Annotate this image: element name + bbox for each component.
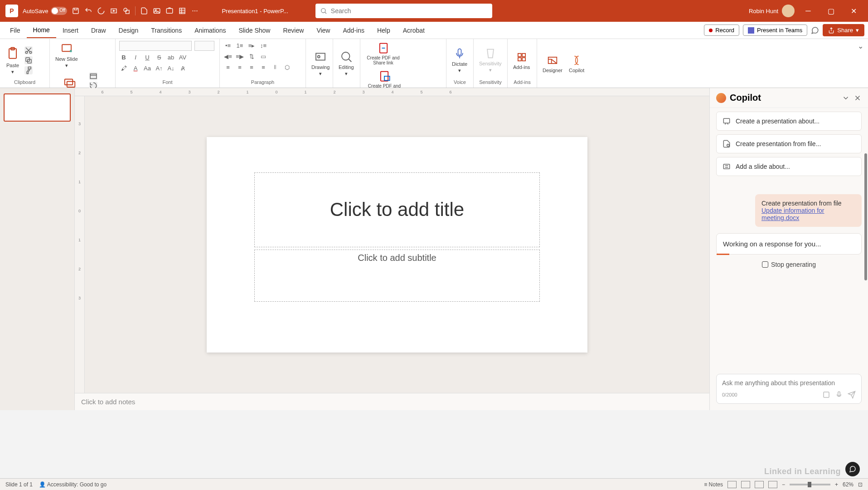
clear-format-button[interactable]: A̷ [178,64,187,73]
font-family-dropdown[interactable] [119,41,192,51]
photo-icon[interactable] [165,7,174,15]
reading-view-button[interactable] [755,481,764,488]
decrease-indent-button[interactable]: ◀≡ [223,52,233,61]
autosave-toggle[interactable]: AutoSave Off [23,7,67,15]
collapse-ribbon-button[interactable]: ⌄ [853,39,868,88]
copy-icon[interactable] [24,56,33,64]
underline-button[interactable]: U [143,53,152,62]
tab-acrobat[interactable]: Acrobat [397,23,431,38]
record-button[interactable]: Record [704,24,739,36]
new-file-icon[interactable] [140,7,148,15]
title-placeholder[interactable]: Click to add title [254,172,540,247]
notes-pane[interactable]: Click to add notes [75,393,709,410]
font-size-dropdown[interactable] [194,41,214,51]
paste-button[interactable]: Paste ▾ [4,44,22,76]
stop-generating-button[interactable]: Stop generating [716,255,862,274]
bold-button[interactable]: B [119,53,128,62]
increase-font-button[interactable]: A↑ [155,64,164,73]
slide-thumbnail[interactable]: 1 [4,93,71,122]
create-pdf-share-button[interactable]: Create PDF and Share link [364,41,402,66]
dictate-button[interactable]: Dictate ▾ [450,46,469,74]
comments-icon[interactable] [811,26,819,34]
microphone-icon[interactable] [835,391,843,399]
zoom-level[interactable]: 62% [843,481,853,488]
user-account[interactable]: Robin Hunt [749,5,795,17]
list-level-button[interactable]: ≡▸ [247,41,256,50]
drawing-button[interactable]: Drawing ▾ [310,49,331,78]
zoom-out-button[interactable]: − [782,481,785,488]
minimize-button[interactable]: ─ [799,4,817,18]
justify-button[interactable]: ≡ [259,63,268,72]
share-button[interactable]: Share ▾ [823,24,864,36]
tab-animations[interactable]: Animations [188,23,232,38]
tab-view[interactable]: View [310,23,336,38]
attachment-icon[interactable] [822,391,830,399]
tab-slideshow[interactable]: Slide Show [232,23,276,38]
new-slide-button[interactable]: New Slide ▾ [53,41,80,69]
numbering-button[interactable]: 1≡ [235,41,244,50]
subtitle-placeholder[interactable]: Click to add subtitle [254,250,540,302]
zoom-slider[interactable] [790,484,830,485]
more-icon[interactable] [191,7,199,15]
slide-canvas[interactable]: Click to add title Click to add subtitle [207,137,587,353]
format-painter-icon[interactable] [24,66,33,74]
font-color-button[interactable]: A [131,64,140,73]
text-direction-button[interactable]: ⇅ [247,52,256,61]
copilot-input-box[interactable]: 0/2000 [716,374,862,404]
fit-to-window-button[interactable]: ⊡ [858,481,863,488]
shadow-button[interactable]: ab [166,53,175,62]
picture-icon[interactable] [153,7,161,15]
align-left-button[interactable]: ≡ [223,63,233,72]
character-spacing-button[interactable]: AV [178,53,187,62]
zoom-in-button[interactable]: + [835,481,838,488]
search-box[interactable] [315,4,492,18]
normal-view-button[interactable] [727,481,737,488]
notes-toggle[interactable]: ≡ Notes [704,481,723,488]
tab-review[interactable]: Review [276,23,310,38]
maximize-button[interactable]: ▢ [822,4,840,18]
search-input[interactable] [331,7,488,15]
copilot-suggestion[interactable]: Create presentation from file... [716,134,862,153]
columns-button[interactable]: ⫴ [271,63,280,72]
line-spacing-button[interactable]: ↕≡ [259,41,268,50]
copilot-suggestion[interactable]: Create a presentation about... [716,112,862,131]
align-right-button[interactable]: ≡ [247,63,256,72]
close-icon[interactable] [853,94,862,102]
redo-icon[interactable] [97,7,105,15]
bullets-button[interactable]: •≡ [223,41,233,50]
chevron-down-icon[interactable] [842,94,850,102]
accessibility-status[interactable]: 👤 Accessibility: Good to go [39,481,107,488]
toggle-switch-icon[interactable]: Off [51,7,67,15]
sorter-view-button[interactable] [741,481,750,488]
sensitivity-button[interactable]: Sensitivity ▾ [477,46,504,74]
tab-addins[interactable]: Add-ins [336,23,370,38]
save-icon[interactable] [72,7,80,15]
addins-button[interactable]: Add-ins [511,50,532,71]
slide-thumbnail-panel[interactable]: 1 [0,88,75,410]
tab-help[interactable]: Help [371,23,397,38]
file-link[interactable]: Update information for meeting.docx [761,207,824,221]
copilot-input[interactable] [722,379,856,387]
present-in-teams-button[interactable]: Present in Teams [743,24,807,36]
tab-transitions[interactable]: Transitions [145,23,188,38]
copilot-suggestion[interactable]: Add a slide about... [716,157,862,176]
slideshow-view-button[interactable] [768,481,777,488]
close-button[interactable]: ✕ [844,4,863,18]
smartart-button[interactable]: ⬡ [282,63,291,72]
designer-button[interactable]: Designer [541,53,564,74]
table-icon[interactable] [178,7,186,15]
cut-icon[interactable] [24,46,33,54]
strikethrough-button[interactable]: S [155,53,164,62]
tab-file[interactable]: File [4,23,27,38]
tab-design[interactable]: Design [112,23,145,38]
layout-icon[interactable] [89,72,97,80]
from-beginning-icon[interactable] [110,7,118,15]
chat-help-button[interactable] [845,462,860,476]
copilot-ribbon-button[interactable]: Copilot [567,53,586,74]
editing-button[interactable]: Editing ▾ [337,49,356,78]
shapes-icon[interactable] [122,7,131,15]
increase-indent-button[interactable]: ≡▶ [235,52,244,61]
tab-insert[interactable]: Insert [56,23,85,38]
change-case-button[interactable]: Aa [143,64,152,73]
decrease-font-button[interactable]: A↓ [166,64,175,73]
